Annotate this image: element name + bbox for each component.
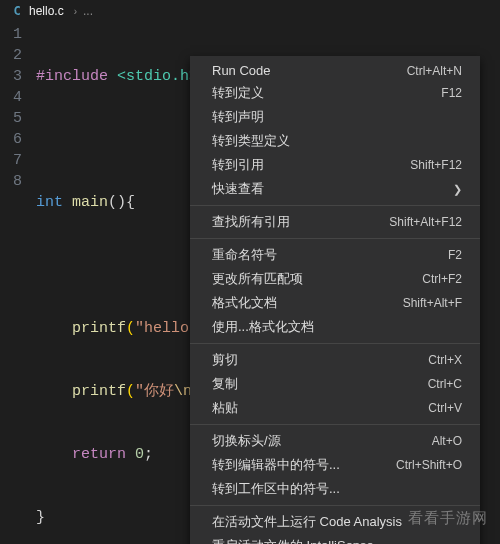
menu-item-label: 转到定义 (212, 84, 264, 102)
tab-filename: hello.c (29, 4, 64, 18)
menu-item[interactable]: 切换标头/源Alt+O (190, 429, 480, 453)
chevron-right-icon: › (74, 6, 77, 17)
menu-item-label: 重启活动文件的 IntelliSense (212, 537, 374, 544)
editor-tab[interactable]: C hello.c (6, 0, 68, 22)
menu-item-label: 剪切 (212, 351, 238, 369)
menu-item[interactable]: 转到工作区中的符号... (190, 477, 480, 501)
menu-item-label: 转到工作区中的符号... (212, 480, 340, 498)
line-number: 7 (0, 150, 22, 171)
menu-item-label: 重命名符号 (212, 246, 277, 264)
menu-item[interactable]: 转到声明 (190, 105, 480, 129)
line-number: 8 (0, 171, 22, 192)
submenu-arrow-icon: ❯ (453, 183, 462, 196)
menu-item-shortcut: Ctrl+F2 (422, 272, 462, 286)
token-printf: printf (72, 383, 126, 400)
menu-separator (190, 205, 480, 206)
menu-item-shortcut: Shift+Alt+F12 (389, 215, 462, 229)
menu-item-shortcut: F12 (441, 86, 462, 100)
menu-item-label: 格式化文档 (212, 294, 277, 312)
menu-item-label: 转到类型定义 (212, 132, 290, 150)
line-number: 4 (0, 87, 22, 108)
menu-item[interactable]: 使用...格式化文档 (190, 315, 480, 339)
menu-item-label: 转到编辑器中的符号... (212, 456, 340, 474)
menu-item-label: 粘贴 (212, 399, 238, 417)
menu-item[interactable]: 更改所有匹配项Ctrl+F2 (190, 267, 480, 291)
token-parens: () (108, 194, 126, 211)
menu-item[interactable]: 转到引用Shift+F12 (190, 153, 480, 177)
line-gutter: 1 2 3 4 5 6 7 8 (0, 24, 36, 544)
token-return: return (72, 446, 126, 463)
menu-item-shortcut: F2 (448, 248, 462, 262)
line-number: 5 (0, 108, 22, 129)
menu-item[interactable]: 快速查看❯ (190, 177, 480, 201)
menu-item-label: 转到声明 (212, 108, 264, 126)
menu-item-label: 转到引用 (212, 156, 264, 174)
menu-item[interactable]: 转到类型定义 (190, 129, 480, 153)
menu-item-shortcut: Alt+O (432, 434, 462, 448)
menu-item-label: 使用...格式化文档 (212, 318, 314, 336)
menu-separator (190, 505, 480, 506)
menu-item-shortcut: Ctrl+X (428, 353, 462, 367)
menu-item[interactable]: 格式化文档Shift+Alt+F (190, 291, 480, 315)
breadcrumb-more[interactable]: ... (83, 4, 93, 18)
menu-item-shortcut: Ctrl+C (428, 377, 462, 391)
menu-item[interactable]: 查找所有引用Shift+Alt+F12 (190, 210, 480, 234)
menu-item-label: 复制 (212, 375, 238, 393)
menu-item-shortcut: Ctrl+V (428, 401, 462, 415)
menu-separator (190, 238, 480, 239)
menu-item-shortcut: Ctrl+Shift+O (396, 458, 462, 472)
menu-item-label: Run Code (212, 63, 271, 78)
line-number: 3 (0, 66, 22, 87)
menu-item-label: 更改所有匹配项 (212, 270, 303, 288)
token-zero: 0 (135, 446, 144, 463)
menu-separator (190, 343, 480, 344)
c-file-icon: C (10, 4, 24, 18)
line-number: 2 (0, 45, 22, 66)
menu-item[interactable]: 剪切Ctrl+X (190, 348, 480, 372)
breadcrumb: C hello.c › ... (0, 0, 500, 22)
menu-item-label: 切换标头/源 (212, 432, 281, 450)
menu-item[interactable]: 重启活动文件的 IntelliSense (190, 534, 480, 544)
editor-context-menu: Run CodeCtrl+Alt+N转到定义F12转到声明转到类型定义转到引用S… (190, 56, 480, 544)
menu-item-label: 查找所有引用 (212, 213, 290, 231)
token-printf: printf (72, 320, 126, 337)
menu-item[interactable]: 粘贴Ctrl+V (190, 396, 480, 420)
token-brace-close: } (36, 509, 45, 526)
watermark-text: 看看手游网 (408, 509, 488, 528)
menu-separator (190, 424, 480, 425)
token-brace-open: { (126, 194, 135, 211)
menu-item-shortcut: Ctrl+Alt+N (407, 64, 462, 78)
menu-item[interactable]: 重命名符号F2 (190, 243, 480, 267)
line-number: 1 (0, 24, 22, 45)
menu-item[interactable]: 转到编辑器中的符号...Ctrl+Shift+O (190, 453, 480, 477)
menu-item-shortcut: Shift+F12 (410, 158, 462, 172)
menu-item[interactable]: 复制Ctrl+C (190, 372, 480, 396)
menu-item-label: 快速查看 (212, 180, 264, 198)
menu-item-label: 在活动文件上运行 Code Analysis (212, 513, 402, 531)
line-number: 6 (0, 129, 22, 150)
token-main: main (72, 194, 108, 211)
token-include: #include (36, 68, 108, 85)
token-header: <stdio.h> (117, 68, 198, 85)
menu-item-shortcut: Shift+Alt+F (403, 296, 462, 310)
token-int: int (36, 194, 63, 211)
menu-item[interactable]: 转到定义F12 (190, 81, 480, 105)
menu-item[interactable]: Run CodeCtrl+Alt+N (190, 60, 480, 81)
